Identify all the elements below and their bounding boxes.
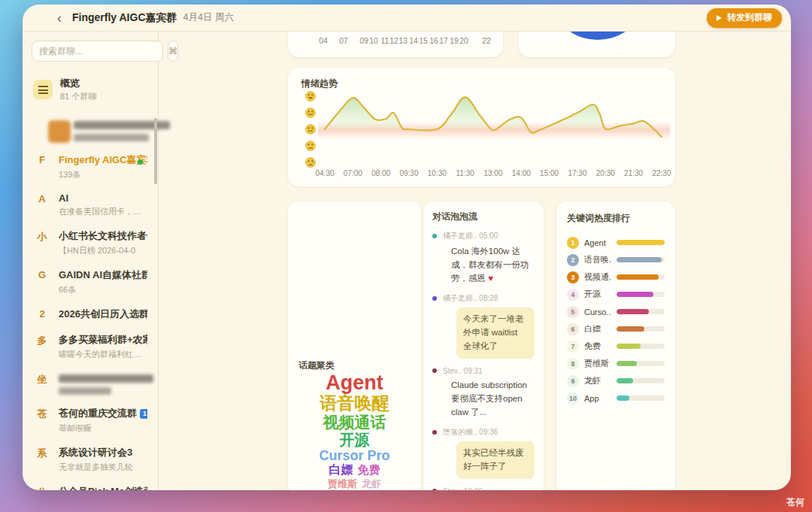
hour-tick: 04: [319, 36, 328, 45]
sidebar-group-item[interactable]: 小小红书长文科技作者们【HN日榜 2026-04-0: [32, 223, 150, 262]
message-header: 橘子老师.. 05:00: [432, 231, 535, 241]
message-text: Cola 海外100w 达成，群友都有一份功劳，感恩 ♥: [451, 245, 535, 285]
forward-to-group-button[interactable]: 转发到群聊: [707, 8, 782, 28]
keyword-ranking-list: 1Agent2语音唤...3视频通...4开源5Curso...6白嫖7免费8贾…: [567, 234, 665, 407]
bar-fill: [617, 292, 653, 297]
bar-track: [617, 326, 665, 332]
sidebar-group-item[interactable]: 多多多买菜福利群+农家菜嚯嚯今天的群福利红包🧧已: [32, 327, 150, 366]
group-item-body: 苍何的重庆交流群1慕邮假赈: [59, 407, 147, 434]
bar-track: [617, 257, 665, 262]
word-cloud-line: Agent: [288, 371, 421, 394]
message-text: 今天来了一堆老外申请 waitlist 全球化了: [456, 308, 535, 358]
word-cloud-line: Cursor Pro: [288, 448, 421, 463]
play-icon: [717, 15, 722, 21]
bar-track: [617, 292, 665, 297]
sidebar-group-item[interactable]: 公公众号Pick Me创造营P爆火的TapNow也上Seed: [32, 479, 150, 490]
search-input[interactable]: [32, 41, 163, 62]
keyword-label: 免费: [584, 341, 611, 352]
sidebar-group-item[interactable]: 系系统设计研讨会3无非就是多抽奖几轮: [32, 440, 150, 479]
group-title-text: Fingerfly AIGC嘉宾群: [59, 153, 147, 167]
sidebar-group-item[interactable]: GGAIDN AI自媒体社群66条: [32, 262, 150, 301]
sidebar-group-item[interactable]: FFingerfly AIGC嘉宾群139条: [32, 147, 150, 186]
group-subtitle: 在准备美国信用卡，这些天没跑: [59, 206, 147, 217]
back-chevron-icon[interactable]: ‹: [57, 11, 62, 25]
sender-and-time: Stev.. 09:31: [443, 367, 483, 375]
bubble-stream-card: 对话泡泡流 橘子老师.. 05:00Cola 海外100w 达成，群友都有一份功…: [423, 201, 544, 490]
sidebar-group-item[interactable]: 苍苍何的重庆交流群1慕邮假赈: [32, 401, 150, 440]
group-initial: G: [33, 268, 51, 295]
sender-and-time: 橘子老师.. 05:00: [443, 231, 498, 241]
bar-fill: [617, 344, 641, 349]
keyword-label: 白嫖: [584, 323, 611, 335]
keyword-label: Agent: [584, 238, 611, 247]
word-cloud-word: 开源: [338, 432, 372, 448]
rank-badge: 4: [567, 289, 579, 301]
group-item-body: AI在准备美国信用卡，这些天没跑: [59, 192, 147, 217]
sender-dot-icon: [432, 430, 437, 435]
group-initial: 多: [33, 333, 51, 360]
keyword-rank-row: 8贾维斯: [567, 355, 665, 372]
bar-fill: [617, 309, 649, 314]
page-title: Fingerfly AIGC嘉宾群: [72, 11, 177, 25]
message-header: Stev.. 10:06: [432, 487, 535, 490]
hour-tick: 22: [482, 36, 491, 45]
bar-track: [617, 395, 665, 401]
sidebar-scrollbar[interactable]: [154, 118, 157, 184]
bar-track: [617, 309, 665, 314]
svg-text:04:30: 04:30: [315, 169, 334, 177]
rank-badge: 3: [567, 271, 579, 283]
bar-track: [617, 378, 665, 383]
sidebar-group-item[interactable]: 22026共创日历入选群: [32, 301, 150, 327]
bar-fill: [617, 240, 665, 245]
group-title-text: 多多买菜福利群+农家菜: [59, 333, 147, 347]
sidebar-item-overview[interactable]: 概览 81 个群聊: [32, 74, 150, 105]
word-cloud-word: 免费: [356, 463, 383, 476]
group-item-body: [59, 119, 147, 141]
redacted-subtitle: [59, 387, 111, 395]
group-title: 苍何的重庆交流群1: [59, 407, 147, 420]
group-initial: 小: [33, 229, 51, 256]
sidebar-group-item[interactable]: 坐: [32, 366, 150, 401]
group-initial: 系: [33, 446, 51, 473]
group-title: 小红书长文科技作者们: [59, 229, 147, 243]
bar-track: [617, 344, 665, 349]
group-title-text: 小红书长文科技作者们: [59, 229, 147, 243]
keyword-label: 开源: [584, 289, 611, 300]
page-date: 4月4日 周六: [183, 11, 234, 24]
keyword-rank-row: 4开源: [567, 286, 665, 303]
emoji-level-😐: [306, 125, 316, 135]
message-header: 堕落的猴.. 09:36: [432, 427, 535, 438]
sidebar-group-item[interactable]: [32, 113, 150, 147]
sender-dot-icon: [432, 368, 437, 373]
topic-cluster-title: 话题聚类: [298, 359, 335, 372]
heart-icon: ♥: [488, 274, 493, 283]
rank-badge: 8: [567, 358, 579, 370]
emoji-level-🙁: [306, 141, 316, 151]
list-item-message: 堕落的猴.. 09:36其实已经半残废好一阵子了: [432, 427, 535, 479]
keyword-label: 语音唤...: [584, 254, 611, 265]
hour-axis-ticks: 0407091011121314151617192022: [288, 32, 503, 57]
word-cloud-word: 贾维斯: [326, 478, 359, 489]
message-header: Stev.. 09:31: [432, 367, 535, 375]
forward-button-label: 转发到群聊: [727, 11, 772, 24]
bar-fill: [617, 326, 644, 332]
rank-badge: 9: [567, 375, 579, 387]
svg-text:08:00: 08:00: [371, 169, 390, 177]
group-initial: 公: [33, 485, 51, 490]
keyword-ranking-card: 关键词热度排行 1Agent2语音唤...3视频通...4开源5Curso...…: [556, 201, 675, 490]
list-item-message: 橘子老师.. 08:28今天来了一堆老外申请 waitlist 全球化了: [432, 293, 535, 358]
word-cloud-line: 语音唤醒: [288, 394, 421, 414]
group-title-text: 苍何的重庆交流群: [59, 407, 137, 420]
svg-text:14:00: 14:00: [512, 169, 531, 177]
word-cloud-line: 白嫖免费: [288, 463, 421, 477]
group-title: GAIDN AI自媒体社群: [59, 268, 147, 282]
group-title-text: 2026共创日历入选群: [59, 308, 147, 321]
group-subtitle: 无非就是多抽奖几轮: [59, 462, 147, 473]
word-cloud-line: 视频通话: [288, 414, 421, 432]
group-item-body: 多多买菜福利群+农家菜嚯嚯今天的群福利红包🧧已: [59, 333, 147, 360]
sender-and-time: Stev.. 10:06: [443, 487, 483, 490]
sidebar-group-item[interactable]: AAI在准备美国信用卡，这些天没跑: [32, 186, 150, 223]
rank-badge: 2: [567, 254, 579, 266]
keyword-rank-row: 1Agent: [567, 234, 665, 251]
group-badge: 1: [140, 409, 147, 419]
